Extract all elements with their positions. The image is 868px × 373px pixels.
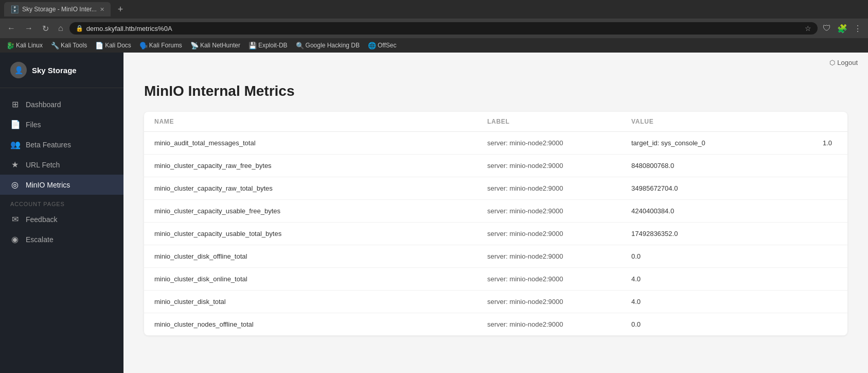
bookmark-offsec[interactable]: 🌐 OffSec <box>366 41 398 50</box>
metric-value-6: 4.0 <box>631 275 775 283</box>
metric-label-3: server: minio-node2:9000 <box>487 207 631 215</box>
metric-label-5: server: minio-node2:9000 <box>487 252 631 260</box>
table-row: minio_cluster_disk_offline_total server:… <box>144 245 847 268</box>
metric-label-7: server: minio-node2:9000 <box>487 298 631 306</box>
url-fetch-icon: ★ <box>10 160 20 169</box>
metric-label-1: server: minio-node2:9000 <box>487 162 631 169</box>
sidebar-item-files[interactable]: 📄 Files <box>0 114 123 134</box>
table-row: minio_audit_total_messages_total server:… <box>144 132 847 155</box>
col-label-header: LABEL <box>487 118 631 125</box>
menu-icon[interactable]: ⋮ <box>852 22 864 36</box>
account-pages-label: ACCOUNT PAGES <box>0 195 123 209</box>
metric-name-7: minio_cluster_disk_total <box>154 298 487 306</box>
bookmark-star-icon[interactable]: ☆ <box>805 24 811 32</box>
sidebar-item-url-fetch[interactable]: ★ URL Fetch <box>0 155 123 175</box>
metric-value-1: 8480800768.0 <box>631 162 775 169</box>
main-content: ⬡ Logout MinIO Internal Metrics NAME LAB… <box>123 53 868 373</box>
metric-value-4: 17492836352.0 <box>631 230 775 238</box>
metric-value-3: 4240400384.0 <box>631 207 775 215</box>
shield-icon[interactable]: 🛡 <box>821 22 833 36</box>
metric-label-8: server: minio-node2:9000 <box>487 320 631 328</box>
bookmark-exploit-db[interactable]: 💾 Exploit-DB <box>246 41 290 50</box>
kali-linux-icon: 🐉 <box>6 42 14 49</box>
sidebar-label-files: Files <box>26 121 41 129</box>
logout-bar: ⬡ Logout <box>123 53 868 73</box>
browser-nav: ← → ↻ ⌂ 🔒 ☆ 🛡 🧩 ⋮ <box>0 19 868 38</box>
dashboard-icon: ⊞ <box>10 99 20 109</box>
browser-tab[interactable]: 🗄️ Sky Storage - MinIO Inter... ✕ <box>4 2 111 16</box>
metric-label-0: server: minio-node2:9000 <box>487 139 631 147</box>
back-button[interactable]: ← <box>4 22 19 35</box>
metric-name-4: minio_cluster_capacity_usable_total_byte… <box>154 230 487 238</box>
bookmark-kali-docs[interactable]: 📄 Kali Docs <box>93 41 133 50</box>
nav-icons: 🛡 🧩 ⋮ <box>821 22 864 36</box>
app-name: Sky Storage <box>32 66 77 75</box>
sidebar-nav: ⊞ Dashboard 📄 Files 👥 Beta Features ★ UR… <box>0 88 123 373</box>
sidebar-logo: 👤 Sky Storage <box>0 53 123 88</box>
google-hacking-icon: 🔍 <box>296 42 304 49</box>
metric-value-2: 34985672704.0 <box>631 184 775 192</box>
kali-nethunter-icon: 📡 <box>190 42 199 49</box>
bookmark-kali-forums[interactable]: 🗣️ Kali Forums <box>137 41 184 50</box>
home-button[interactable]: ⌂ <box>55 22 66 35</box>
kali-forums-icon: 🗣️ <box>139 42 148 49</box>
feedback-icon: ✉ <box>10 214 20 224</box>
metric-name-2: minio_cluster_capacity_raw_total_bytes <box>154 184 487 192</box>
logout-button[interactable]: ⬡ Logout <box>829 59 858 66</box>
metric-name-3: minio_cluster_capacity_usable_free_bytes <box>154 207 487 215</box>
escalate-icon: ◉ <box>10 234 20 244</box>
metric-name-1: minio_cluster_capacity_raw_free_bytes <box>154 162 487 169</box>
sidebar-label-minio-metrics: MinIO Metrics <box>26 181 70 189</box>
tab-favicon: 🗄️ <box>10 5 19 13</box>
sidebar: 👤 Sky Storage ⊞ Dashboard 📄 Files 👥 Beta… <box>0 53 123 373</box>
table-row: minio_cluster_capacity_usable_free_bytes… <box>144 200 847 223</box>
metric-value-8: 0.0 <box>631 320 775 328</box>
table-row: minio_cluster_capacity_usable_total_byte… <box>144 223 847 245</box>
bookmarks-bar: 🐉 Kali Linux 🔧 Kali Tools 📄 Kali Docs 🗣️… <box>0 38 868 53</box>
sidebar-item-escalate[interactable]: ◉ Escalate <box>0 229 123 249</box>
sidebar-item-dashboard[interactable]: ⊞ Dashboard <box>0 94 123 114</box>
forward-button[interactable]: → <box>22 22 36 35</box>
url-input[interactable] <box>86 25 802 32</box>
col-extra-header <box>775 118 837 125</box>
metric-name-8: minio_cluster_nodes_offline_total <box>154 320 487 328</box>
sidebar-label-feedback: Feedback <box>26 215 57 224</box>
table-row: minio_cluster_disk_online_total server: … <box>144 268 847 291</box>
metric-name-0: minio_audit_total_messages_total <box>154 139 487 147</box>
sidebar-item-feedback[interactable]: ✉ Feedback <box>0 209 123 229</box>
metric-value-5: 0.0 <box>631 252 775 260</box>
kali-docs-icon: 📄 <box>95 42 103 49</box>
sidebar-label-url-fetch: URL Fetch <box>26 161 60 169</box>
sidebar-item-beta-features[interactable]: 👥 Beta Features <box>0 134 123 155</box>
minio-metrics-icon: ◎ <box>10 180 20 190</box>
extensions-icon[interactable]: 🧩 <box>835 22 849 36</box>
files-icon: 📄 <box>10 120 20 129</box>
col-value-header: VALUE <box>631 118 775 125</box>
sidebar-label-beta-features: Beta Features <box>26 141 71 149</box>
col-name-header: NAME <box>154 118 487 125</box>
bookmark-kali-linux[interactable]: 🐉 Kali Linux <box>4 41 45 50</box>
reload-button[interactable]: ↻ <box>39 22 52 36</box>
tab-close-button[interactable]: ✕ <box>100 6 104 13</box>
tab-title: Sky Storage - MinIO Inter... <box>22 6 97 13</box>
beta-features-icon: 👥 <box>10 140 20 149</box>
table-row: minio_cluster_disk_total server: minio-n… <box>144 291 847 313</box>
table-header: NAME LABEL VALUE <box>144 112 847 132</box>
metric-number-0: 1.0 <box>775 139 837 147</box>
logout-icon: ⬡ <box>829 59 835 66</box>
bookmark-kali-nethunter[interactable]: 📡 Kali NetHunter <box>188 41 242 50</box>
content-area: MinIO Internal Metrics NAME LABEL VALUE … <box>123 73 868 356</box>
sidebar-item-minio-metrics[interactable]: ◎ MinIO Metrics <box>0 175 123 195</box>
sidebar-label-dashboard: Dashboard <box>26 100 61 109</box>
metric-name-6: minio_cluster_disk_online_total <box>154 275 487 283</box>
browser-titlebar: 🗄️ Sky Storage - MinIO Inter... ✕ + <box>0 0 868 19</box>
new-tab-button[interactable]: + <box>114 2 128 17</box>
bookmark-kali-tools[interactable]: 🔧 Kali Tools <box>49 41 89 50</box>
metric-value-0: target_id: sys_console_0 <box>631 139 775 147</box>
address-bar: 🔒 ☆ <box>69 22 818 35</box>
metric-label-2: server: minio-node2:9000 <box>487 184 631 192</box>
offsec-icon: 🌐 <box>368 42 376 49</box>
kali-tools-icon: 🔧 <box>51 42 59 49</box>
bookmark-google-hacking-db[interactable]: 🔍 Google Hacking DB <box>294 41 362 50</box>
metric-name-5: minio_cluster_disk_offline_total <box>154 252 487 260</box>
